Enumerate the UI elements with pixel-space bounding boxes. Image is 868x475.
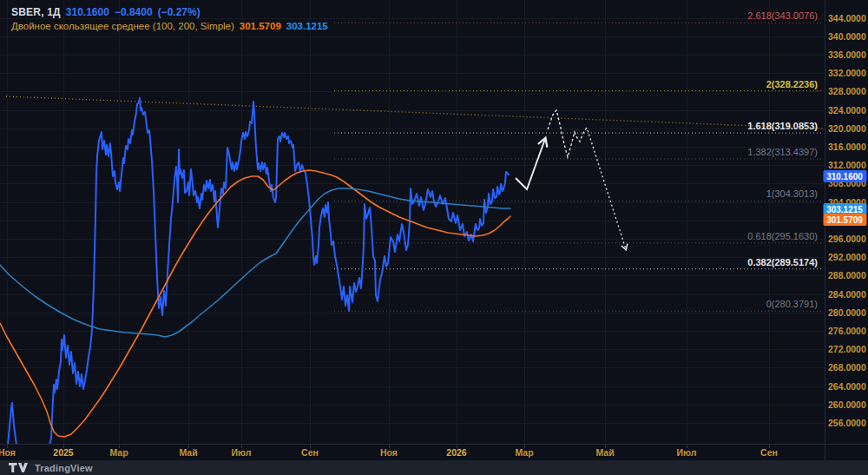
- price-axis-label: 272.0000: [828, 344, 866, 354]
- price-axis-label: 260.0000: [828, 399, 866, 410]
- axis-corner-divider: [825, 445, 825, 460]
- price-axis-label: 296.0000: [828, 234, 866, 244]
- price-axis-label: 280.0000: [828, 307, 866, 318]
- ma200-price-badge: 303.1215: [824, 203, 867, 215]
- price-axis-label: 268.0000: [828, 362, 866, 373]
- fib-level-label: 0.618(295.1630): [747, 231, 818, 241]
- price-axis-label: 292.0000: [828, 252, 866, 262]
- time-axis-label: Ноя: [0, 447, 16, 458]
- price-axis-label: 344.0000: [828, 13, 866, 23]
- last-price-badge-text: 310.1600: [826, 172, 863, 181]
- price-change-value: −0.8400: [115, 6, 153, 18]
- price-axis-label: 284.0000: [828, 289, 866, 300]
- price-change-percent: (−0.27%): [158, 6, 201, 18]
- indicator-ma200-value: 303.1215: [286, 21, 328, 31]
- time-axis-label: 2025: [53, 447, 73, 458]
- price-axis-label: 320.0000: [828, 123, 866, 134]
- time-axis-label: Мар: [109, 447, 128, 458]
- fib-level-label: 1.618(319.0853): [747, 121, 818, 131]
- price-axis-label: 332.0000: [828, 68, 866, 78]
- time-axis-label: Сен: [760, 447, 778, 458]
- last-price-value: 310.1600: [66, 6, 109, 18]
- time-axis-label: Сен: [301, 447, 319, 458]
- fib-level-label: 0.382(289.5174): [747, 257, 818, 267]
- legend-indicator-row[interactable]: Двойное скользящее среднее (100, 200, Si…: [11, 19, 328, 33]
- price-axis-label: 324.0000: [828, 105, 866, 115]
- time-axis-label: Июл: [232, 447, 252, 458]
- indicator-ma100-value: 301.5709: [240, 21, 281, 31]
- tradingview-logo-icon[interactable]: [9, 463, 29, 472]
- chart-background: [0, 0, 868, 444]
- legend-symbol-row[interactable]: SBER, 1Д310.1600−0.8400(−0.27%): [11, 5, 328, 19]
- time-axis-label: Май: [595, 447, 614, 458]
- fib-level-label: 1.382(313.4397): [747, 147, 818, 157]
- time-axis[interactable]: Ноя2025МарМайИюлСенНоя2026МарМайИюлСен: [0, 444, 868, 460]
- price-axis-label: 312.0000: [828, 160, 866, 170]
- indicator-title: Двойное скользящее среднее (100, 200, Si…: [11, 21, 234, 31]
- tradingview-brand-text[interactable]: TradingView: [35, 463, 93, 473]
- time-axis-label: Мар: [515, 447, 533, 458]
- time-axis-label: 2026: [446, 447, 466, 458]
- footer-bar: TradingView: [0, 460, 868, 475]
- symbol-and-interval: SBER, 1Д: [11, 6, 61, 18]
- time-axis-label: Май: [179, 447, 197, 458]
- price-axis-label: 336.0000: [828, 49, 866, 60]
- price-axis-label: 288.0000: [828, 270, 866, 280]
- price-axis-label: 340.0000: [828, 31, 866, 42]
- price-axis-label: 276.0000: [828, 326, 866, 336]
- price-chart-canvas[interactable]: 2.618(343.0076)2(328.2236)1.618(319.0853…: [0, 0, 868, 444]
- ma100-price-badge: 301.5709: [824, 214, 867, 226]
- price-axis[interactable]: 344.0000340.0000336.0000332.0000328.0000…: [824, 0, 868, 444]
- time-axis-label: Ноя: [380, 447, 398, 458]
- price-axis-label: 256.0000: [828, 418, 866, 428]
- fib-level-label: 1(304.3013): [766, 188, 818, 199]
- fib-level-label: 0(280.3791): [766, 299, 818, 309]
- ma200-price-badge-text: 303.1215: [826, 205, 863, 214]
- price-axis-label: 328.0000: [828, 86, 866, 96]
- ma100-price-badge-text: 301.5709: [826, 215, 863, 225]
- chart-legend: SBER, 1Д310.1600−0.8400(−0.27%) Двойное …: [11, 5, 328, 33]
- fib-level-label: 2(328.2236): [766, 79, 819, 89]
- tradingview-chart-window: 2.618(343.0076)2(328.2236)1.618(319.0853…: [0, 0, 868, 475]
- last-price-badge: 310.1600: [824, 170, 867, 182]
- time-axis-label: Июл: [677, 447, 697, 458]
- fib-level-label: 2.618(343.0076): [747, 10, 818, 21]
- price-axis-label: 264.0000: [828, 381, 866, 392]
- price-axis-label: 316.0000: [828, 142, 866, 152]
